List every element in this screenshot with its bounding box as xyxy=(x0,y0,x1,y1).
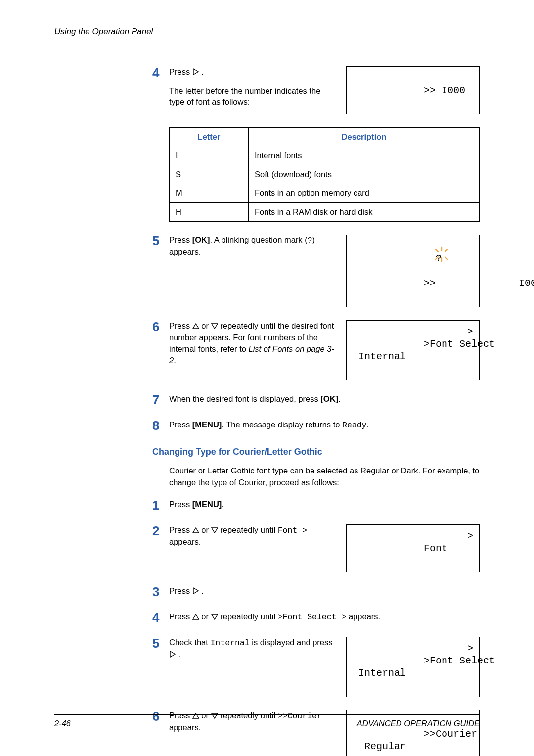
table-header-letter: Letter xyxy=(170,128,249,146)
svg-marker-8 xyxy=(212,324,218,329)
text: . xyxy=(201,586,204,595)
text: The letter before the number indicates t… xyxy=(169,85,335,108)
svg-marker-12 xyxy=(193,614,199,619)
table-row: S Soft (download) fonts xyxy=(170,165,480,184)
step-number: 3 xyxy=(152,585,169,598)
text: or xyxy=(201,321,211,330)
font-label: Font > xyxy=(278,526,307,535)
text: Check that xyxy=(169,638,210,647)
section-heading: Changing Type for Courier/Letter Gothic xyxy=(152,447,480,457)
svg-marker-14 xyxy=(170,651,175,657)
table-row: M Fonts in an option memory card xyxy=(170,184,480,203)
lcd-line: Internal xyxy=(353,667,406,679)
text: is displayed and press xyxy=(250,638,333,647)
text: Press xyxy=(169,586,192,595)
text: Press xyxy=(169,236,192,244)
svg-marker-10 xyxy=(212,528,218,533)
lcd-line: Internal xyxy=(353,351,406,362)
svg-marker-7 xyxy=(193,324,199,329)
internal-label: Internal xyxy=(210,638,249,648)
svg-line-3 xyxy=(445,249,447,252)
step-number: 8 xyxy=(152,419,169,432)
cell-letter: H xyxy=(170,203,249,222)
text: or xyxy=(201,525,211,534)
text: . A blinking question mark ( xyxy=(210,236,308,244)
cell-letter: I xyxy=(170,146,249,165)
ready-text: Ready xyxy=(342,421,367,430)
right-triangle-icon xyxy=(192,67,199,78)
cell-desc: Internal fonts xyxy=(249,146,480,165)
step-number: 1 xyxy=(152,499,169,512)
step-4: 4 Press . The letter before the number i… xyxy=(152,66,480,114)
text: Press xyxy=(169,67,192,76)
ok-key: [OK] xyxy=(192,236,210,244)
table-row: H Fonts in a RAM disk or hard disk xyxy=(170,203,480,222)
text: Press xyxy=(169,321,192,330)
cell-desc: Fonts in a RAM disk or hard disk xyxy=(249,203,480,222)
doc-title: ADVANCED OPERATION GUIDE xyxy=(357,719,480,728)
text: . xyxy=(174,356,176,365)
lcd-arrow: > xyxy=(467,530,473,542)
step-number: 2 xyxy=(152,524,169,572)
lcd-arrow: > xyxy=(467,642,473,655)
step-number: 4 xyxy=(152,611,169,624)
lcd-line: >> I000 xyxy=(424,85,465,96)
down-triangle-icon xyxy=(211,321,218,332)
text: repeatedly until xyxy=(220,612,278,621)
text: . xyxy=(367,420,369,429)
lcd-display: >Font Select> Internal xyxy=(346,320,480,380)
step-number: 5 xyxy=(152,637,169,697)
page-footer: 2-46 ADVANCED OPERATION GUIDE xyxy=(54,714,480,728)
text: . xyxy=(338,394,341,403)
text: . The message display returns to xyxy=(222,420,342,429)
svg-line-4 xyxy=(436,257,438,259)
text: Press xyxy=(169,612,192,621)
cell-letter: S xyxy=(170,165,249,184)
up-triangle-icon xyxy=(192,612,199,623)
page-number: 2-46 xyxy=(54,719,71,728)
lcd-display: >Font Select> Internal xyxy=(346,637,480,697)
down-triangle-icon xyxy=(211,612,218,623)
stepB-4: 4 Press or repeatedly until >Font Select… xyxy=(152,611,480,624)
step-8: 8 Press [MENU]. The message display retu… xyxy=(152,419,480,432)
text: appears. xyxy=(169,537,201,546)
lcd-arrow: > xyxy=(467,326,473,338)
svg-marker-9 xyxy=(193,528,199,533)
text: Press xyxy=(169,525,192,534)
text: or xyxy=(201,612,211,621)
svg-line-2 xyxy=(436,249,438,252)
down-triangle-icon xyxy=(211,525,218,536)
table-header-desc: Description xyxy=(249,128,480,146)
stepB-2: 2 Press or repeatedly until Font > appea… xyxy=(152,524,480,572)
right-triangle-icon xyxy=(169,649,176,661)
ok-key: [OK] xyxy=(320,394,338,403)
lcd-prefix: >> xyxy=(424,278,436,289)
svg-marker-13 xyxy=(212,614,218,619)
step-7: 7 When the desired font is displayed, pr… xyxy=(152,393,480,406)
lcd-display: >> I000 xyxy=(346,66,480,114)
font-letter-table: Letter Description I Internal fonts S So… xyxy=(169,127,480,222)
text: repeatedly until xyxy=(220,525,278,534)
blinking-question-mark: ? xyxy=(436,252,519,289)
stepB-5: 5 Check that Internal is displayed and p… xyxy=(152,637,480,697)
text: Press xyxy=(169,420,192,429)
lcd-line: >Font Select xyxy=(424,338,495,350)
lcd-display: >>? I000 xyxy=(346,235,480,307)
table-row: I Internal fonts xyxy=(170,146,480,165)
lcd-line: >>Courier xyxy=(424,728,477,740)
right-triangle-icon xyxy=(192,586,199,597)
step-5: 5 Press [OK]. A blinking question mark (… xyxy=(152,235,480,307)
cell-letter: M xyxy=(170,184,249,203)
text: . xyxy=(201,67,204,76)
lcd-line: Regular xyxy=(353,741,406,752)
lcd-suffix: I000 xyxy=(519,278,534,289)
lcd-line: Font xyxy=(424,543,447,554)
step-number: 6 xyxy=(152,320,169,380)
lcd-display: Font> xyxy=(346,524,480,572)
step-number: 4 xyxy=(152,66,169,114)
text: . xyxy=(222,500,224,509)
up-triangle-icon xyxy=(192,321,199,332)
text: When the desired font is displayed, pres… xyxy=(169,394,320,403)
text: appears. xyxy=(346,612,380,621)
up-triangle-icon xyxy=(192,525,199,536)
